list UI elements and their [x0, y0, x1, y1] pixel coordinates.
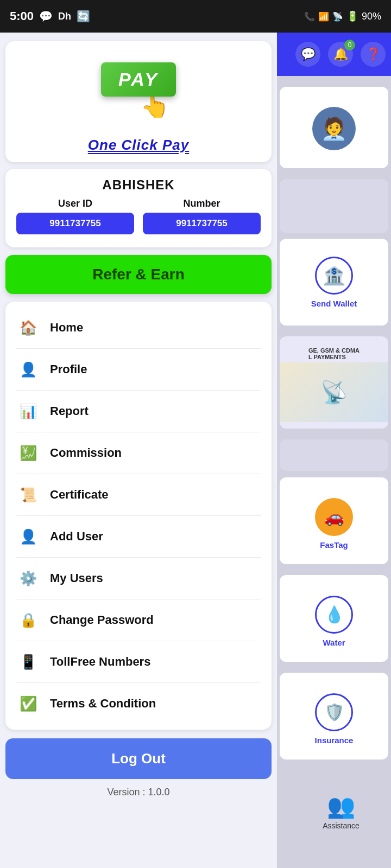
refresh-icon: 🔄	[77, 10, 90, 23]
menu-item-home[interactable]: 🏠 Home	[16, 307, 261, 349]
whatsapp-icon: 💬	[39, 10, 53, 23]
app-bar-right: 💬 🔔 0 ❓	[277, 33, 391, 76]
profile-card: 🧑‍💼	[280, 87, 388, 168]
menu-item-profile[interactable]: 👤 Profile	[16, 349, 261, 391]
my-users-label: My Users	[50, 571, 103, 585]
report-label: Report	[50, 404, 89, 418]
banner-text: GE, GSM & CDMAL PAYMENTS	[304, 343, 364, 362]
wifi-icon: 📶	[318, 11, 329, 22]
number-col: Number 9911737755	[143, 198, 261, 234]
certificate-label: Certificate	[50, 488, 109, 502]
send-wallet-label: Send Wallet	[311, 299, 357, 308]
profile-icon: 👤	[16, 358, 40, 381]
menu-item-report[interactable]: 📊 Report	[16, 391, 261, 432]
user-id-value: 9911737755	[16, 213, 134, 234]
user-name: ABHISHEK	[16, 177, 261, 193]
status-bar: 5:00 💬 Dh 🔄 📞 📶 📡 🔋 90%	[0, 0, 391, 33]
logout-button[interactable]: Log Out	[5, 738, 272, 779]
add-user-icon: 👤	[16, 525, 40, 548]
lock-icon: 🔒	[16, 608, 40, 632]
send-wallet-card[interactable]: 🏦 Send Wallet	[280, 239, 388, 326]
insurance-icon: 🛡️	[315, 693, 353, 731]
fastag-card[interactable]: 🚗 FasTag	[280, 477, 388, 564]
status-time: 5:00	[10, 9, 34, 23]
change-password-label: Change Password	[50, 613, 154, 627]
menu-item-tollfree[interactable]: 📱 TollFree Numbers	[16, 641, 261, 683]
signal-icon: 📡	[332, 11, 343, 22]
number-label: Number	[143, 198, 261, 209]
commission-label: Commission	[50, 446, 122, 460]
battery-percent: 90%	[362, 11, 381, 22]
user-id-col: User ID 9911737755	[16, 198, 134, 234]
notification-badge: 0	[344, 40, 355, 50]
water-label: Water	[323, 638, 345, 647]
terms-label: Terms & Condition	[50, 697, 156, 711]
assistance-card[interactable]: 👥 Assistance	[298, 776, 384, 846]
profile-label: Profile	[50, 362, 87, 376]
whatsapp-action-icon[interactable]: 💬	[295, 42, 320, 67]
menu-item-add-user[interactable]: 👤 Add User	[16, 516, 261, 558]
user-info-card: ABHISHEK User ID 9911737755 Number 99117…	[5, 169, 272, 247]
assistance-people-icon: 👥	[327, 793, 355, 819]
logo-card: PAY 👆 One Click Pay	[5, 41, 272, 162]
number-value: 9911737755	[143, 213, 261, 234]
home-icon: 🏠	[16, 316, 40, 340]
commission-icon: 💹	[16, 441, 40, 465]
logo-image-area: PAY 👆	[14, 50, 263, 131]
insurance-card[interactable]: 🛡️ Insurance	[280, 673, 388, 760]
battery-icon: 🔋	[346, 10, 358, 22]
tollfree-icon: 📱	[16, 650, 40, 674]
wallet-icon: 🏦	[315, 257, 353, 295]
fastag-icon: 🚗	[315, 498, 353, 536]
report-icon: 📊	[16, 399, 40, 423]
pay-logo: PAY 👆	[101, 62, 176, 119]
version-text: Version : 1.0.0	[107, 787, 169, 798]
water-icon: 💧	[315, 596, 353, 634]
water-card[interactable]: 💧 Water	[280, 575, 388, 662]
pay-button-visual: PAY	[101, 62, 176, 97]
user-details-row: User ID 9911737755 Number 9911737755	[16, 198, 261, 234]
dh-icon: Dh	[58, 11, 71, 22]
help-icon[interactable]: ❓	[361, 42, 386, 67]
notification-icon[interactable]: 🔔 0	[328, 42, 353, 67]
menu-item-certificate[interactable]: 📜 Certificate	[16, 474, 261, 516]
certificate-icon: 📜	[16, 483, 40, 507]
fastag-label: FasTag	[320, 540, 348, 550]
avatar: 🧑‍💼	[312, 107, 356, 150]
add-user-label: Add User	[50, 529, 103, 544]
home-label: Home	[50, 321, 83, 335]
call-icon: 📞	[304, 11, 315, 22]
menu-item-commission[interactable]: 💹 Commission	[16, 432, 261, 474]
user-id-label: User ID	[16, 198, 134, 209]
terms-icon: ✅	[16, 692, 40, 716]
refer-earn-button[interactable]: Refer & Earn	[5, 255, 272, 294]
insurance-label: Insurance	[315, 736, 354, 745]
drawer: PAY 👆 One Click Pay ABHISHEK User ID 991…	[0, 33, 277, 868]
banner-image: 📡	[280, 362, 388, 422]
app-title: One Click Pay	[88, 137, 189, 154]
gray-card-1	[280, 179, 388, 233]
menu-item-change-password[interactable]: 🔒 Change Password	[16, 599, 261, 641]
my-users-icon: ⚙️	[16, 566, 40, 590]
menu-card: 🏠 Home 👤 Profile 📊 Report 💹 Commission 📜…	[5, 302, 272, 730]
tollfree-label: TollFree Numbers	[50, 655, 150, 669]
banner-card: GE, GSM & CDMAL PAYMENTS 📡	[280, 336, 388, 429]
assistance-label: Assistance	[323, 821, 360, 830]
menu-item-terms[interactable]: ✅ Terms & Condition	[16, 683, 261, 724]
gray-card-2	[280, 439, 388, 471]
menu-item-my-users[interactable]: ⚙️ My Users	[16, 558, 261, 599]
